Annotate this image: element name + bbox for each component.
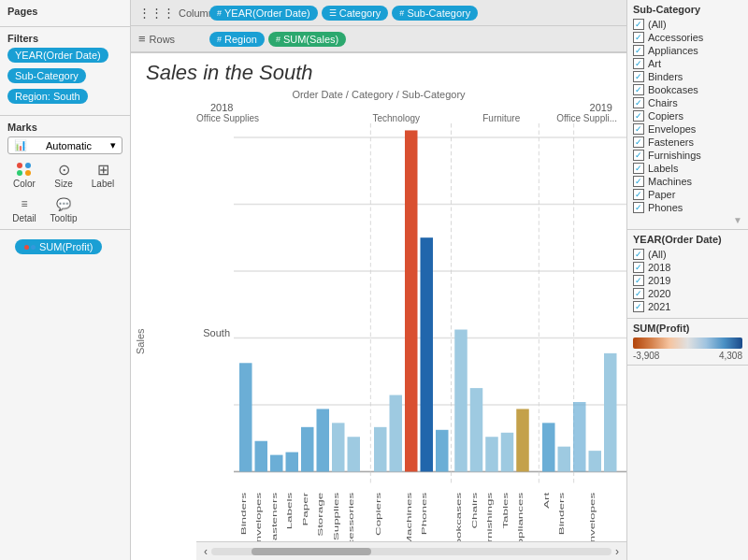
size-mark-label: Size bbox=[54, 179, 72, 189]
checkbox-icon bbox=[633, 123, 644, 135]
checkbox-icon bbox=[633, 45, 644, 56]
region-filter[interactable]: Region: South bbox=[7, 89, 88, 104]
year-filter-title: YEAR(Order Date) bbox=[633, 234, 742, 245]
checkbox-icon bbox=[633, 58, 644, 69]
sub-cat-item-phones[interactable]: Phones bbox=[633, 202, 742, 213]
checkbox-icon bbox=[633, 71, 644, 82]
svg-rect-17 bbox=[239, 363, 252, 471]
cat-office-2019: Office Suppli... bbox=[554, 113, 618, 123]
svg-text:Envelopes: Envelopes bbox=[255, 493, 263, 541]
svg-rect-25 bbox=[374, 427, 387, 472]
checkbox-icon bbox=[633, 249, 644, 260]
sub-cat-item-fasteners[interactable]: Fasteners bbox=[633, 136, 742, 148]
year-item-2018[interactable]: 2018 bbox=[633, 262, 742, 273]
chart-title: Sales in the South bbox=[131, 53, 626, 85]
svg-rect-21 bbox=[301, 427, 314, 472]
svg-text:Machines: Machines bbox=[405, 493, 412, 541]
svg-text:Supplies: Supplies bbox=[332, 493, 339, 540]
region-pill-label: Region bbox=[224, 34, 257, 45]
sub-category-filter[interactable]: Sub-Category bbox=[7, 68, 86, 83]
scroll-indicator: ▼ bbox=[633, 215, 742, 225]
year-pill-label: YEAR(Order Date) bbox=[224, 7, 310, 19]
sub-category-pill[interactable]: # Sub-Category bbox=[392, 6, 478, 21]
sub-category-title: Sub-Category bbox=[633, 4, 742, 15]
sub-cat-item-furnishings[interactable]: Furnishings bbox=[633, 150, 742, 161]
gradient-max: 4,308 bbox=[719, 351, 742, 361]
year-item-all[interactable]: (All) bbox=[633, 249, 742, 260]
sub-cat-item-copiers[interactable]: Copiers bbox=[633, 110, 742, 122]
svg-text:Binders: Binders bbox=[239, 493, 247, 535]
sub-cat-pill-label: Sub-Category bbox=[407, 7, 470, 19]
cat-furniture-2018: Furniture bbox=[449, 113, 554, 123]
svg-rect-28 bbox=[421, 237, 434, 471]
bar-chart-icon: 📊 bbox=[14, 139, 27, 151]
sub-cat-item-binders[interactable]: Binders bbox=[633, 71, 742, 82]
svg-rect-20 bbox=[286, 452, 299, 472]
marks-type-dropdown[interactable]: 📊 Automatic ▾ bbox=[7, 136, 122, 154]
chart-scrollbar[interactable]: ‹ › bbox=[196, 541, 626, 560]
sub-cat-item-chairs[interactable]: Chairs bbox=[633, 97, 742, 108]
svg-rect-24 bbox=[348, 437, 361, 471]
year-order-date-pill[interactable]: # YEAR(Order Date) bbox=[209, 6, 318, 21]
marks-dropdown-label: Automatic bbox=[46, 140, 92, 151]
marks-label: Marks bbox=[7, 122, 122, 133]
svg-rect-32 bbox=[485, 437, 498, 471]
scroll-track[interactable] bbox=[211, 548, 611, 555]
year-item-2019[interactable]: 2019 bbox=[633, 275, 742, 286]
svg-text:Appliances: Appliances bbox=[517, 493, 525, 541]
scroll-right-arrow[interactable]: › bbox=[615, 545, 619, 558]
svg-rect-19 bbox=[270, 455, 283, 472]
size-icon: ⊙ bbox=[52, 160, 75, 179]
sub-cat-item-art[interactable]: Art bbox=[633, 58, 742, 69]
category-pill[interactable]: ☰ Category bbox=[322, 6, 389, 21]
sub-cat-item-accessories[interactable]: Accessories bbox=[633, 32, 742, 43]
checkbox-icon bbox=[633, 136, 644, 148]
checkbox-icon bbox=[633, 262, 644, 273]
sub-cat-item-paper[interactable]: Paper bbox=[633, 189, 742, 200]
checkbox-icon bbox=[633, 163, 644, 174]
checkbox-icon bbox=[633, 110, 644, 122]
sum-profit-pill[interactable]: SUM(Profit) bbox=[15, 239, 102, 254]
chart-svg: 25K 20K 15K 10K 5K 0K bbox=[234, 123, 626, 541]
year-item-2020[interactable]: 2020 bbox=[633, 288, 742, 299]
sub-cat-item-bookcases[interactable]: Bookcases bbox=[633, 84, 742, 95]
sub-cat-item-labels[interactable]: Labels bbox=[633, 163, 742, 174]
svg-text:Storage: Storage bbox=[317, 493, 324, 537]
color-gradient-bar bbox=[633, 337, 742, 349]
region-pill[interactable]: # Region bbox=[209, 32, 265, 47]
svg-rect-18 bbox=[255, 441, 268, 472]
checkbox-icon bbox=[633, 301, 644, 312]
year-item-2021[interactable]: 2021 bbox=[633, 301, 742, 312]
svg-text:Chairs: Chairs bbox=[470, 493, 478, 529]
size-mark[interactable]: ⊙ Size bbox=[47, 160, 80, 189]
svg-rect-31 bbox=[470, 388, 483, 471]
columns-label: ⋮⋮⋮ Columns bbox=[138, 6, 204, 20]
checkbox-icon bbox=[633, 275, 644, 286]
svg-rect-26 bbox=[390, 395, 403, 472]
sub-cat-item-envelopes[interactable]: Envelopes bbox=[633, 123, 742, 135]
tooltip-icon: 💬 bbox=[52, 194, 75, 213]
svg-rect-37 bbox=[573, 402, 586, 472]
svg-text:Paper: Paper bbox=[301, 492, 309, 525]
sub-cat-item-machines[interactable]: Machines bbox=[633, 176, 742, 187]
sub-cat-item-all[interactable]: (All) bbox=[633, 19, 742, 30]
detail-mark[interactable]: ≡ Detail bbox=[7, 194, 41, 223]
sum-sales-pill-label: SUM(Sales) bbox=[283, 34, 338, 45]
scroll-thumb[interactable] bbox=[252, 548, 371, 555]
sum-profit-label: SUM(Profit) bbox=[39, 241, 93, 252]
color-mark-label: Color bbox=[13, 179, 36, 189]
color-legend-title: SUM(Profit) bbox=[633, 323, 742, 334]
svg-rect-35 bbox=[542, 423, 555, 471]
sub-cat-item-appliances[interactable]: Appliances bbox=[633, 45, 742, 56]
checkbox-icon bbox=[633, 189, 644, 200]
gradient-min: -3,908 bbox=[633, 351, 659, 361]
label-mark[interactable]: ⊞ Label bbox=[86, 160, 120, 189]
year-order-date-filter[interactable]: YEAR(Order Date) bbox=[7, 48, 108, 63]
checkbox-icon bbox=[633, 176, 644, 187]
sub-cat-icon: # bbox=[399, 8, 404, 18]
region-icon: # bbox=[217, 35, 222, 44]
tooltip-mark[interactable]: 💬 Tooltip bbox=[47, 194, 80, 223]
scroll-left-arrow[interactable]: ‹ bbox=[204, 545, 208, 558]
color-mark[interactable]: Color bbox=[7, 160, 41, 189]
sum-sales-pill[interactable]: # SUM(Sales) bbox=[268, 32, 346, 47]
